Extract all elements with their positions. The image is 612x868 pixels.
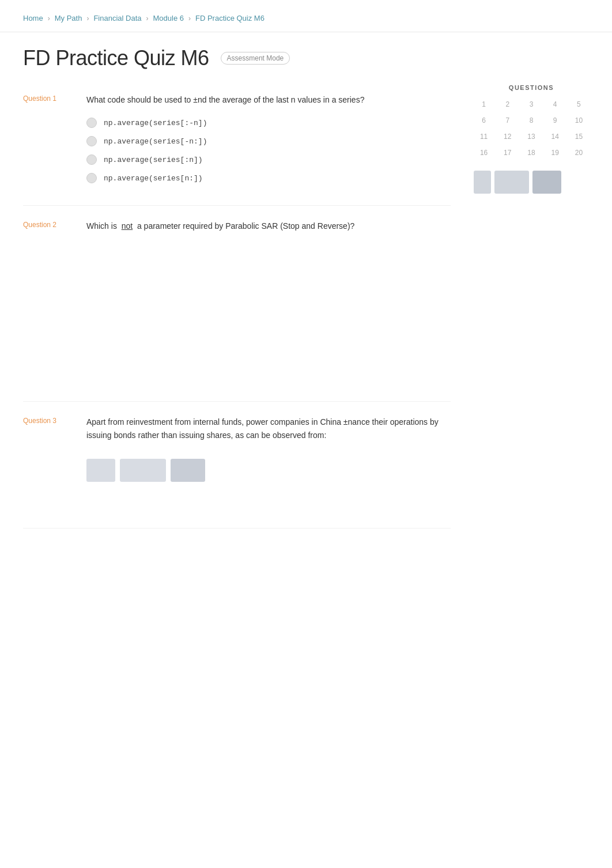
question-num-11[interactable]: 11 xyxy=(474,130,494,143)
img-placeholder-3 xyxy=(171,459,205,482)
question-num-2[interactable]: 2 xyxy=(497,98,517,111)
breadcrumb-quiz[interactable]: FD Practice Quiz M6 xyxy=(195,14,265,22)
question-num-7[interactable]: 7 xyxy=(497,114,517,127)
breadcrumb-module6[interactable]: Module 6 xyxy=(153,14,183,22)
question-label-1: Question 1 xyxy=(23,93,75,191)
question-body-1: What code should be used to ±nd the aver… xyxy=(86,93,451,191)
sidebar: QUESTIONS 123456789101112131415161718192… xyxy=(474,80,589,529)
question-num-1[interactable]: 1 xyxy=(474,98,494,111)
breadcrumb-sep-4: › xyxy=(188,14,191,22)
question-label-3: Question 3 xyxy=(23,416,75,514)
question3-image-area xyxy=(86,459,451,482)
question-num-6[interactable]: 6 xyxy=(474,114,494,127)
question-num-18[interactable]: 18 xyxy=(521,146,541,159)
radio-q1d[interactable] xyxy=(86,173,97,183)
answer-option-q1c[interactable]: np.average(series[:n]) xyxy=(86,154,451,165)
question-num-8[interactable]: 8 xyxy=(521,114,541,127)
img-placeholder-2 xyxy=(120,459,166,482)
answer-text-q1c: np.average(series[:n]) xyxy=(104,156,203,164)
breadcrumb-sep-1: › xyxy=(48,14,50,22)
radio-q1b[interactable] xyxy=(86,136,97,146)
question-num-5[interactable]: 5 xyxy=(569,98,589,111)
question-num-9[interactable]: 9 xyxy=(545,114,565,127)
answer-text-q1d: np.average(series[n:]) xyxy=(104,174,203,183)
question-text-2: Which is not a parameter required by Par… xyxy=(86,220,451,232)
breadcrumb-financial-data[interactable]: Financial Data xyxy=(93,14,141,22)
question-num-17[interactable]: 17 xyxy=(497,146,517,159)
question-text-1: What code should be used to ±nd the aver… xyxy=(86,93,451,106)
sidebar-image-area xyxy=(474,171,589,194)
main-content: Question 1 What code should be used to ±… xyxy=(0,80,612,529)
breadcrumb-sep-3: › xyxy=(146,14,148,22)
breadcrumb-home[interactable]: Home xyxy=(23,14,43,22)
breadcrumb: Home › My Path › Financial Data › Module… xyxy=(0,0,612,32)
question-num-4[interactable]: 4 xyxy=(545,98,565,111)
sidebar-img-3 xyxy=(532,171,561,194)
answer-text-q1a: np.average(series[:-n]) xyxy=(104,119,207,127)
questions-sidebar-label: QUESTIONS xyxy=(474,84,589,91)
page-header: FD Practice Quiz M6 Assessment Mode xyxy=(0,32,612,80)
answer-text-q1b: np.average(series[-n:]) xyxy=(104,137,207,146)
breadcrumb-sep-2: › xyxy=(86,14,89,22)
question-text-3: Apart from reinvestment from internal fu… xyxy=(86,416,451,441)
question-num-10[interactable]: 10 xyxy=(569,114,589,127)
questions-area: Question 1 What code should be used to ±… xyxy=(23,80,451,529)
question-body-3: Apart from reinvestment from internal fu… xyxy=(86,416,451,514)
sidebar-img-1 xyxy=(474,171,491,194)
question-label-2: Question 2 xyxy=(23,220,75,387)
question-block-1: Question 1 What code should be used to ±… xyxy=(23,80,451,206)
not-keyword: not xyxy=(122,221,133,231)
answer-option-q1b[interactable]: np.average(series[-n:]) xyxy=(86,136,451,146)
radio-q1c[interactable] xyxy=(86,154,97,165)
radio-q1a[interactable] xyxy=(86,118,97,128)
sidebar-img-2 xyxy=(494,171,529,194)
question-num-12[interactable]: 12 xyxy=(497,130,517,143)
question-num-20[interactable]: 20 xyxy=(569,146,589,159)
answer-option-q1a[interactable]: np.average(series[:-n]) xyxy=(86,118,451,128)
question-number-grid: 1234567891011121314151617181920 xyxy=(474,98,589,159)
assessment-mode-badge: Assessment Mode xyxy=(221,52,290,65)
question-block-3: Question 3 Apart from reinvestment from … xyxy=(23,402,451,529)
question-body-2: Which is not a parameter required by Par… xyxy=(86,220,451,387)
question-num-13[interactable]: 13 xyxy=(521,130,541,143)
question-block-2: Question 2 Which is not a parameter requ… xyxy=(23,206,451,402)
breadcrumb-mypath[interactable]: My Path xyxy=(55,14,82,22)
question-num-16[interactable]: 16 xyxy=(474,146,494,159)
page-title: FD Practice Quiz M6 xyxy=(23,46,209,70)
img-placeholder-1 xyxy=(86,459,115,482)
question-num-14[interactable]: 14 xyxy=(545,130,565,143)
question-num-15[interactable]: 15 xyxy=(569,130,589,143)
question-num-19[interactable]: 19 xyxy=(545,146,565,159)
question-num-3[interactable]: 3 xyxy=(521,98,541,111)
answer-option-q1d[interactable]: np.average(series[n:]) xyxy=(86,173,451,183)
